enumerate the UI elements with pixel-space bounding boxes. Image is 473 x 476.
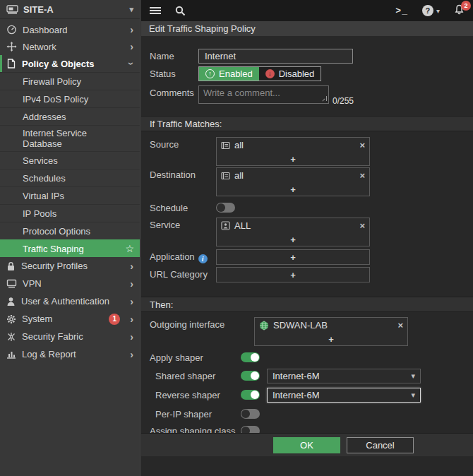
reverse-shaper-toggle[interactable]: [241, 390, 260, 400]
sidebar-subitem-schedules[interactable]: Schedules: [0, 169, 140, 186]
shared-shaper-row: Shared shaper Internet-6M ▾: [141, 369, 473, 383]
url-category-add-button[interactable]: +: [217, 268, 369, 282]
service-entry-all[interactable]: ALL ×: [217, 218, 369, 233]
shared-shaper-dropdown[interactable]: Internet-6M ▾: [267, 369, 421, 383]
sidebar-subitem-internet-service-database[interactable]: Internet Service Database: [0, 125, 140, 151]
chevron-right-icon: ›: [130, 332, 133, 342]
sidebar-item-label: Security Profiles: [21, 261, 88, 271]
star-icon[interactable]: ☆: [125, 243, 134, 254]
chevron-right-icon: ›: [130, 42, 133, 52]
sidebar-subitem-ipv4-dos-policy[interactable]: IPv4 DoS Policy: [0, 90, 140, 107]
topbar: >_ ? ▾ 2: [141, 0, 473, 21]
sidebar-item-dashboard[interactable]: Dashboard ›: [0, 21, 140, 38]
chevron-right-icon: ›: [130, 297, 133, 307]
shared-shaper-value: Internet-6M: [273, 371, 319, 381]
sidebar-subitem-addresses[interactable]: Addresses: [0, 107, 140, 125]
cli-console-icon[interactable]: >_: [395, 6, 408, 16]
per-ip-shaper-toggle[interactable]: [241, 409, 260, 419]
bar-chart-icon: [6, 350, 16, 359]
sidebar-item-security-fabric[interactable]: Security Fabric ›: [0, 328, 140, 345]
sidebar-item-security-profiles[interactable]: Security Profiles ›: [0, 257, 140, 275]
reverse-shaper-row: Reverse shaper Internet-6M ▾: [141, 388, 473, 403]
subitem-label: Services: [23, 155, 58, 166]
application-label: Applicationi: [150, 249, 216, 263]
outgoing-interface-entry[interactable]: SDWAN-LAB ×: [255, 318, 407, 333]
cancel-button[interactable]: Cancel: [347, 437, 414, 453]
reverse-shaper-dropdown[interactable]: Internet-6M ▾: [267, 388, 421, 403]
sidebar-item-vpn[interactable]: VPN ›: [0, 275, 140, 292]
sidebar-subitem-virtual-ips[interactable]: Virtual IPs: [0, 186, 140, 204]
sidebar-subitem-ip-pools[interactable]: IP Pools: [0, 204, 140, 222]
schedule-toggle[interactable]: [216, 203, 235, 213]
status-segmented-control: ↑ Enabled ↓ Disabled: [198, 66, 321, 81]
status-enabled-label: Enabled: [219, 69, 253, 79]
destination-add-button[interactable]: +: [217, 183, 369, 196]
monitor-icon: [6, 279, 17, 288]
sidebar-item-user-authentication[interactable]: User & Authentication ›: [0, 292, 140, 310]
device-name: SITE-A: [23, 4, 54, 15]
destination-entry-all[interactable]: all ×: [217, 168, 369, 183]
per-ip-shaper-row: Per-IP shaper: [141, 407, 473, 420]
chevron-right-icon: ›: [130, 279, 133, 289]
status-disabled-button[interactable]: ↓ Disabled: [259, 67, 321, 81]
shared-shaper-toggle[interactable]: [241, 371, 260, 381]
service-add-button[interactable]: +: [217, 233, 369, 246]
source-add-button[interactable]: +: [217, 153, 369, 165]
comments-label: Comments: [150, 85, 198, 98]
url-category-selectbox: +: [216, 267, 370, 282]
address-object-icon: [221, 172, 230, 180]
subitem-label: Addresses: [23, 112, 66, 122]
sidebar-subitem-traffic-shaping[interactable]: Traffic Shaping ☆: [0, 239, 140, 257]
sidebar-item-system[interactable]: System 1 ›: [0, 310, 140, 328]
lock-icon: [6, 261, 16, 271]
name-input[interactable]: [198, 49, 353, 64]
application-row: Applicationi +: [141, 249, 473, 265]
remove-icon[interactable]: ×: [397, 321, 403, 330]
person-icon: [6, 297, 16, 307]
search-icon[interactable]: [175, 6, 186, 16]
source-entry-label: all: [234, 140, 244, 150]
status-enabled-button[interactable]: ↑ Enabled: [199, 67, 259, 81]
subitem-label: IPv4 DoS Policy: [23, 94, 88, 105]
form-footer: OK Cancel: [141, 433, 473, 456]
remove-icon[interactable]: ×: [359, 141, 365, 150]
policy-document-icon: [6, 59, 16, 69]
sidebar-subitem-firewall-policy[interactable]: Firewall Policy: [0, 72, 140, 90]
sidebar-item-log-report[interactable]: Log & Report ›: [0, 345, 140, 363]
sdwan-zone-globe-icon: [259, 321, 269, 331]
sidebar-item-label: Policy & Objects: [22, 59, 95, 69]
subitem-label: Virtual IPs: [23, 191, 64, 201]
status-disabled-label: Disabled: [279, 69, 315, 79]
help-menu[interactable]: ? ▾: [422, 5, 440, 16]
info-icon[interactable]: i: [198, 254, 208, 263]
sidebar-subitem-protocol-options[interactable]: Protocol Options: [0, 222, 140, 239]
name-row: Name: [141, 49, 473, 64]
service-entry-label: ALL: [234, 220, 251, 231]
remove-icon[interactable]: ×: [359, 171, 365, 180]
chevron-right-icon: ›: [130, 350, 133, 359]
chevron-down-icon: ›: [127, 62, 137, 66]
page-title: Edit Traffic Shaping Policy: [141, 21, 473, 36]
subitem-label: Schedules: [23, 173, 66, 184]
outgoing-interface-add-button[interactable]: +: [255, 333, 407, 345]
notifications-button[interactable]: 2: [454, 4, 465, 17]
remove-icon[interactable]: ×: [359, 221, 365, 230]
system-alert-badge: 1: [109, 314, 120, 325]
service-selectbox: ALL × +: [216, 218, 370, 246]
sidebar-item-policy-objects[interactable]: Policy & Objects ›: [0, 55, 140, 72]
move-arrows-icon: [6, 42, 17, 52]
device-selector[interactable]: SITE-A ▾: [0, 0, 140, 19]
sidebar-item-network[interactable]: Network ›: [0, 38, 140, 55]
apply-shaper-toggle[interactable]: [241, 352, 260, 362]
ok-button[interactable]: OK: [273, 437, 340, 453]
comments-textarea[interactable]: [198, 85, 329, 104]
reverse-shaper-label: Reverse shaper: [155, 388, 241, 400]
source-entry-all[interactable]: all ×: [217, 138, 369, 153]
sidebar-subitem-services[interactable]: Services: [0, 151, 140, 169]
service-object-icon: [221, 221, 230, 230]
status-row: Status ↑ Enabled ↓ Disabled: [141, 66, 473, 81]
application-add-button[interactable]: +: [217, 250, 369, 264]
hamburger-menu-icon[interactable]: [150, 6, 161, 15]
sidebar-item-label: Security Fabric: [22, 331, 83, 342]
outgoing-interface-row: Outgoing interface SDWAN-LAB × +: [141, 317, 473, 346]
